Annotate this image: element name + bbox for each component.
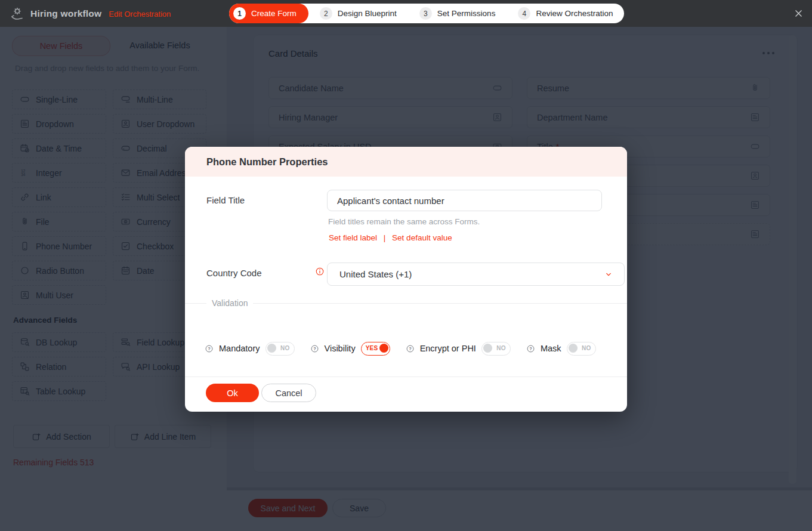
country-code-label: Country Code xyxy=(206,268,262,278)
orchestration-icon xyxy=(10,6,25,21)
toggle-state: NO xyxy=(582,345,591,351)
step-review-orchestration[interactable]: 4 Review Orchestration xyxy=(507,4,624,23)
dialog-title: Phone Number Properties xyxy=(206,147,328,177)
help-icon[interactable] xyxy=(310,344,319,353)
step-label: Design Blueprint xyxy=(338,9,397,18)
field-title-input[interactable] xyxy=(327,190,602,211)
validation-toggles: Mandatory NO Visibility YES Encrypt or P… xyxy=(205,340,596,357)
chevron-down-icon xyxy=(604,270,613,279)
set-field-label-link[interactable]: Set field label xyxy=(329,233,377,242)
help-icon[interactable] xyxy=(526,344,535,353)
mandatory-toggle[interactable]: NO xyxy=(265,342,295,356)
step-label: Create Form xyxy=(251,9,297,18)
step-label: Set Permissions xyxy=(437,9,496,18)
help-icon[interactable] xyxy=(406,344,415,353)
mask-toggle[interactable]: NO xyxy=(567,342,596,356)
dialog-footer-divider xyxy=(185,376,627,377)
field-title-label: Field Title xyxy=(206,195,245,205)
step-number: 3 xyxy=(419,7,432,20)
step-create-form[interactable]: 1 Create Form xyxy=(229,4,308,23)
visibility-toggle[interactable]: YES xyxy=(361,342,390,356)
step-number: 4 xyxy=(518,7,530,20)
visibility-toggle-group: Visibility YES xyxy=(310,342,390,356)
info-icon[interactable] xyxy=(315,267,325,276)
field-title-hint: Field titles remain the same across Form… xyxy=(328,217,480,226)
step-label: Review Orchestration xyxy=(536,9,613,18)
toggle-state: YES xyxy=(366,345,378,351)
link-separator: | xyxy=(384,233,386,242)
validation-label: Validation xyxy=(206,299,253,307)
stepper: 1 Create Form 2 Design Blueprint 3 Set P… xyxy=(229,4,624,23)
toggle-knob xyxy=(483,344,492,353)
dialog-header: Phone Number Properties xyxy=(185,147,627,177)
toggle-knob xyxy=(569,344,578,353)
phone-number-properties-dialog: Phone Number Properties Field Title Fiel… xyxy=(185,147,627,412)
toggle-knob xyxy=(267,344,276,353)
workflow-title: Hiring workflow xyxy=(30,8,101,19)
edit-orchestration-label[interactable]: Edit Orchestration xyxy=(109,10,171,18)
top-bar: Hiring workflow Edit Orchestration 1 Cre… xyxy=(0,0,812,27)
ok-button[interactable]: Ok xyxy=(206,384,259,402)
toggle-knob xyxy=(379,344,388,353)
mask-toggle-group: Mask NO xyxy=(526,342,596,356)
cancel-button[interactable]: Cancel xyxy=(261,384,316,402)
encrypt-phi-toggle[interactable]: NO xyxy=(481,342,511,356)
app-window: Hiring workflow Edit Orchestration 1 Cre… xyxy=(0,0,812,531)
country-code-select[interactable]: United States (+1) xyxy=(327,263,625,286)
selected-country: United States (+1) xyxy=(339,269,412,279)
step-number: 2 xyxy=(320,7,332,20)
field-title-links: Set field label | Set default value xyxy=(329,233,452,242)
toggle-state: NO xyxy=(496,345,506,351)
toggle-label: Visibility xyxy=(325,344,356,353)
encrypt-phi-toggle-group: Encrypt or PHI NO xyxy=(406,342,511,356)
step-number: 1 xyxy=(233,7,246,20)
set-default-value-link[interactable]: Set default value xyxy=(392,233,452,242)
validation-section-divider: Validation xyxy=(185,299,627,307)
toggle-label: Mandatory xyxy=(219,344,260,353)
help-icon[interactable] xyxy=(205,344,214,353)
toggle-label: Encrypt or PHI xyxy=(420,344,476,353)
step-set-permissions[interactable]: 3 Set Permissions xyxy=(408,4,507,23)
brand: Hiring workflow Edit Orchestration xyxy=(10,0,171,27)
toggle-label: Mask xyxy=(541,344,561,353)
toggle-state: NO xyxy=(280,345,290,351)
step-design-blueprint[interactable]: 2 Design Blueprint xyxy=(308,4,408,23)
mandatory-toggle-group: Mandatory NO xyxy=(205,342,295,356)
close-icon[interactable] xyxy=(794,8,804,18)
